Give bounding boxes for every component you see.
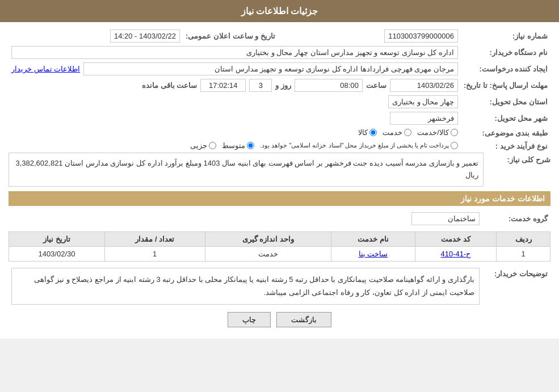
process-cell: پرداخت تام یا بخشی از مبلغ خریداز محل "ا… — [9, 140, 461, 153]
cell-row: 1 — [497, 247, 550, 262]
deadline-date-value: 1403/02/26 — [390, 79, 458, 92]
deadline-days-label: روز و — [275, 81, 291, 90]
category-option-service[interactable]: خدمت — [383, 128, 411, 137]
buyer-cell: اداره کل نوسازی توسعه و تجهیز مدارس استا… — [9, 44, 461, 61]
label-city: شهر محل تحویل: — [461, 110, 550, 127]
buyer-value: اداره کل نوسازی توسعه و تجهیز مدارس استا… — [11, 46, 458, 59]
category-radio-group: کالا/خدمت خدمت کالا — [358, 128, 458, 137]
cell-unit: خدمت — [205, 247, 331, 262]
page-wrapper: جزئیات اطلاعات نیاز شماره نیاز: 11030037… — [0, 0, 559, 339]
process-note: پرداخت تام یا بخشی از مبلغ خریداز محل "ا… — [260, 142, 458, 149]
back-button[interactable]: بازگشت — [276, 312, 331, 327]
province-value: چهار محال و بختیاری — [388, 95, 458, 108]
group-value: ساختمان — [411, 212, 480, 225]
label-process: نوع فرآیند خرید : — [461, 140, 550, 153]
cell-name: ساخت بنا — [331, 247, 415, 262]
col-header-quantity: تعداد / مقدار — [104, 232, 205, 247]
creator-cell: مرجان مهری فهرچی فراردادها اداره کل نوسا… — [9, 61, 461, 77]
button-row: بازگشت چاپ — [9, 312, 550, 327]
category-option-goods-service[interactable]: کالا/خدمت — [417, 128, 458, 137]
services-table: ردیف کد خدمت نام خدمت واحد اندازه گیری ت… — [9, 231, 550, 262]
category-option-goods[interactable]: کالا — [358, 128, 377, 137]
date-cell: 1403/02/22 - 14:20 — [9, 28, 183, 44]
label-date: تاریخ و ساعت اعلان عمومی: — [183, 28, 278, 44]
deadline-remaining-value: 17:02:14 — [200, 79, 246, 92]
deadline-remaining-label: ساعت باقی مانده — [142, 81, 197, 90]
label-province: استان محل تحویل: — [461, 94, 550, 110]
cell-quantity: 1 — [104, 247, 205, 262]
radio-medium[interactable] — [247, 142, 254, 149]
radio-goods-service[interactable] — [451, 129, 458, 136]
deadline-time-value: 08:00 — [295, 79, 363, 92]
col-header-unit: واحد اندازه گیری — [205, 232, 331, 247]
col-header-row: ردیف — [497, 232, 550, 247]
notes-table: توضیحات خریدار: بارگذاری و ارائه گواهینا… — [9, 266, 550, 306]
notes-value: بارگذاری و ارائه گواهینامه صلاحیت پیمانک… — [11, 268, 480, 305]
label-description: شرح کلی نیاز: — [488, 153, 550, 164]
content-area: شماره نیاز: 1103003799000006 تاریخ و ساع… — [0, 22, 559, 339]
name-link[interactable]: ساخت بنا — [359, 250, 388, 258]
col-header-name: نام خدمت — [331, 232, 415, 247]
city-value: فرخشهر — [390, 112, 458, 125]
code-link[interactable]: ج-41-410 — [441, 250, 471, 258]
services-section-header: اطلاعات خدمات مورد نیاز — [9, 191, 550, 206]
table-row: 1 ج-41-410 ساخت بنا خدمت 1 1403/02/30 — [9, 247, 550, 262]
radio-service[interactable] — [404, 129, 411, 136]
cell-code: ج-41-410 — [415, 247, 497, 262]
process-radio-group: پرداخت تام یا بخشی از مبلغ خریداز محل "ا… — [190, 141, 458, 150]
description-value: تعمیر و بازسازی مدرسه آسیب دیده جنت فرخش… — [9, 153, 484, 187]
process-option-medium[interactable]: متوسط — [222, 141, 254, 150]
radio-small[interactable] — [209, 142, 216, 149]
group-cell: ساختمان — [9, 210, 482, 227]
label-buyer-notes: توضیحات خریدار: — [482, 266, 550, 306]
radio-goods[interactable] — [369, 129, 377, 136]
label-buyer: نام دستگاه خریدار: — [461, 44, 550, 61]
creator-contact-link[interactable]: اطلاعات تماس خریدار — [11, 65, 80, 73]
deadline-days-value: 3 — [249, 79, 272, 92]
info-table: شماره نیاز: 1103003799000006 تاریخ و ساع… — [9, 28, 550, 153]
category-cell: کالا/خدمت خدمت کالا — [9, 127, 461, 140]
deadline-cell: 1403/02/26 ساعت 08:00 روز و 3 17:02:14 س… — [9, 77, 461, 94]
need-number-value: 1103003799000006 — [384, 29, 458, 43]
label-group: گروه خدمت: — [482, 210, 550, 227]
service-group-table: گروه خدمت: ساختمان — [9, 210, 550, 227]
label-need-number: شماره نیاز: — [461, 28, 550, 44]
col-header-date: تاریخ نیاز — [9, 232, 105, 247]
deadline-time-label: ساعت — [366, 81, 386, 90]
page-title: جزئیات اطلاعات نیاز — [0, 0, 559, 22]
cell-date: 1403/02/30 — [9, 247, 105, 262]
province-cell: چهار محال و بختیاری — [9, 94, 461, 110]
print-button[interactable]: چاپ — [228, 312, 271, 327]
label-deadline: مهلت ارسال پاسخ: تا تاریخ: — [461, 77, 550, 94]
label-creator: ایجاد کننده درخواست: — [461, 61, 550, 77]
col-header-code: کد خدمت — [415, 232, 497, 247]
label-category: طبقه بندی موضوعی: — [461, 127, 550, 140]
city-cell: فرخشهر — [9, 110, 461, 127]
date-value: 1403/02/22 - 14:20 — [110, 29, 180, 43]
services-table-section: ردیف کد خدمت نام خدمت واحد اندازه گیری ت… — [9, 231, 550, 262]
creator-value: مرجان مهری فهرچی فراردادها اداره کل نوسا… — [83, 62, 458, 75]
notes-cell: بارگذاری و ارائه گواهینامه صلاحیت پیمانک… — [9, 266, 482, 306]
need-number-cell: 1103003799000006 — [278, 28, 461, 44]
process-option-small[interactable]: جزیی — [190, 141, 216, 150]
radio-note[interactable] — [451, 142, 458, 149]
